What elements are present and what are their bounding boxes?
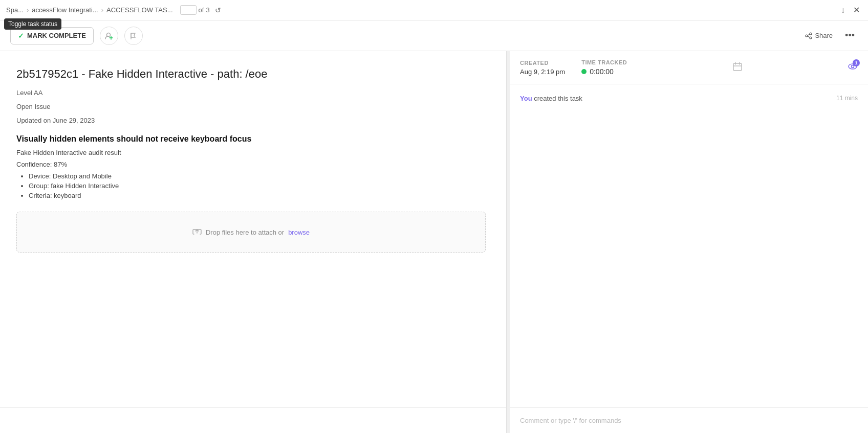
task-level: Level AA: [16, 89, 486, 97]
browse-link[interactable]: browse: [288, 229, 310, 236]
flag-icon: [130, 32, 137, 39]
list-item: Criteria: keyboard: [29, 192, 486, 199]
breadcrumb-task[interactable]: ACCESSFLOW TAS...: [106, 6, 173, 14]
task-heading: Visually hidden elements should not rece…: [16, 134, 486, 144]
created-meta: CREATED Aug 9, 2:19 pm: [520, 60, 565, 76]
assignee-button[interactable]: [100, 27, 118, 45]
download-button[interactable]: ↓: [839, 4, 847, 17]
time-dot: [581, 69, 587, 74]
svg-line-8: [808, 36, 810, 37]
watch-badge: 1: [853, 59, 860, 66]
time-tracked-value: 0:00:00: [581, 67, 627, 76]
close-button[interactable]: ✕: [851, 3, 862, 17]
toolbar: ✓ MARK COMPLETE: [0, 20, 868, 51]
check-icon: ✓: [18, 32, 24, 40]
top-bar: Spa... › accessFlow Integrati... › ACCES…: [0, 0, 868, 20]
nav-counter: 3 of 3: [180, 5, 210, 15]
task-list: Device: Desktop and Mobile Group: fake H…: [29, 172, 486, 199]
svg-line-7: [808, 34, 810, 35]
activity-time: 11 mins: [836, 95, 858, 102]
task-title: 2b517952c1 - Fake Hidden Interactive - p…: [16, 67, 486, 81]
activity-text: You created this task: [520, 95, 582, 102]
list-item: Group: fake Hidden Interactive: [29, 182, 486, 190]
task-counter-total: 3: [206, 6, 209, 14]
task-counter-input[interactable]: 3: [180, 5, 197, 15]
mark-complete-button[interactable]: ✓ MARK COMPLETE: [10, 27, 94, 44]
svg-point-6: [806, 35, 808, 37]
list-item: Device: Desktop and Mobile: [29, 172, 486, 180]
time-value: 0:00:00: [590, 67, 614, 76]
sidebar-panel: CREATED Aug 9, 2:19 pm TIME TRACKED 0:00…: [510, 51, 868, 433]
toolbar-right: Share •••: [801, 29, 858, 42]
breadcrumb-space[interactable]: Spa...: [6, 6, 24, 14]
mark-complete-label: MARK COMPLETE: [27, 32, 86, 39]
task-confidence: Confidence: 87%: [16, 161, 486, 168]
time-tracked-label: TIME TRACKED: [581, 59, 627, 65]
breadcrumb-project[interactable]: accessFlow Integrati...: [32, 6, 98, 14]
breadcrumb-sep2: ›: [101, 6, 103, 14]
task-audit-result: Fake Hidden Interactive audit result: [16, 149, 486, 156]
assign-icon: [105, 32, 113, 40]
sidebar-meta: CREATED Aug 9, 2:19 pm TIME TRACKED 0:00…: [510, 51, 868, 84]
calendar-icon: [732, 61, 743, 72]
breadcrumb: Spa... › accessFlow Integrati... › ACCES…: [6, 5, 221, 15]
share-button[interactable]: Share: [801, 30, 837, 41]
calendar-button[interactable]: [732, 61, 743, 74]
activity-rest: created this task: [532, 95, 582, 102]
attachment-area: Drop files here to attach or browse: [16, 212, 486, 253]
time-tracked-meta: TIME TRACKED 0:00:00: [581, 59, 627, 76]
breadcrumb-sep1: ›: [27, 6, 29, 14]
task-updated: Updated on June 29, 2023: [16, 117, 486, 124]
more-options-button[interactable]: •••: [842, 29, 858, 42]
comment-footer: [510, 407, 868, 433]
content-footer: [0, 407, 506, 433]
content-scroll: 2b517952c1 - Fake Hidden Interactive - p…: [0, 51, 506, 407]
svg-rect-9: [733, 63, 742, 71]
task-status: Open Issue: [16, 103, 486, 110]
drop-text: Drop files here to attach or: [206, 229, 284, 236]
activity-you: You: [520, 95, 532, 102]
toolbar-left: ✓ MARK COMPLETE: [10, 27, 143, 45]
created-label: CREATED: [520, 60, 565, 66]
activity-area: You created this task 11 mins: [510, 84, 868, 407]
content-panel: 2b517952c1 - Fake Hidden Interactive - p…: [0, 51, 507, 433]
svg-point-5: [810, 37, 812, 39]
activity-item: You created this task 11 mins: [520, 95, 858, 102]
task-counter-of: of: [199, 6, 204, 14]
flag-button[interactable]: [124, 27, 143, 45]
drop-zone: Drop files here to attach or browse: [17, 228, 485, 236]
share-icon: [805, 32, 812, 39]
main-layout: 2b517952c1 - Fake Hidden Interactive - p…: [0, 51, 868, 433]
svg-point-4: [810, 33, 812, 35]
top-bar-actions: ↓ ✕: [839, 3, 862, 17]
refresh-button[interactable]: ↺: [215, 6, 221, 14]
comment-input[interactable]: [520, 417, 858, 424]
watch-button[interactable]: 1: [848, 61, 858, 74]
created-value: Aug 9, 2:19 pm: [520, 68, 565, 76]
upload-icon: [192, 228, 202, 236]
share-label: Share: [815, 32, 833, 39]
